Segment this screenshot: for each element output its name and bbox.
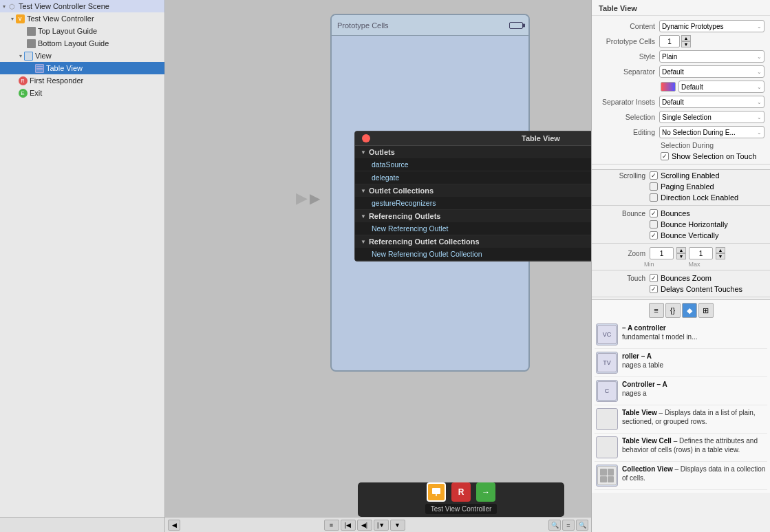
- datasource-label: dataSource: [372, 160, 409, 169]
- color-bar[interactable]: [661, 82, 676, 92]
- zoom-min-input[interactable]: [650, 247, 674, 259]
- tree-arrow-view[interactable]: [19, 53, 22, 59]
- popup-row-delegate[interactable]: delegate: [355, 171, 591, 184]
- popup-row-gesture[interactable]: gestureRecognizers: [355, 197, 591, 210]
- bounce-v-cb[interactable]: [650, 231, 658, 240]
- proto-up[interactable]: ▲: [681, 35, 691, 41]
- nav-btn-5[interactable]: ▼: [390, 520, 405, 531]
- bounce-h-cb[interactable]: [650, 220, 658, 228]
- ref-collections-title: Referencing Outlet Collections: [369, 237, 480, 246]
- paging-cb[interactable]: [650, 182, 658, 191]
- sel-arrow: ⌄: [757, 114, 762, 120]
- doc-tool-braces[interactable]: {}: [665, 303, 681, 318]
- nav-btn-1[interactable]: ≡: [324, 520, 339, 531]
- color-row: Default ⌄: [592, 79, 770, 94]
- popup-overlay: Table View ▼ Outlets dataSource delegate: [354, 131, 591, 262]
- iphone-header: Prototype Cells: [332, 15, 528, 36]
- direction-lock-cb[interactable]: [650, 193, 658, 202]
- scene-vc-btn[interactable]: [427, 482, 446, 502]
- delays-text: Delays Content Touches: [661, 285, 742, 293]
- scene-item-scene[interactable]: ⬡ Test View Controller Scene: [0, 0, 164, 12]
- proto-down[interactable]: ▼: [681, 41, 691, 47]
- scene-item-fr[interactable]: R First Responder: [0, 74, 164, 87]
- gesture-label: gestureRecognizers: [372, 199, 436, 207]
- zoom-min-up[interactable]: ▲: [676, 247, 686, 253]
- color-select[interactable]: Default ⌄: [678, 81, 764, 93]
- bounces-cb[interactable]: [650, 209, 658, 217]
- zoom-max-input[interactable]: [689, 247, 713, 259]
- edit-select[interactable]: No Selection During E... ⌄: [659, 126, 764, 138]
- popup-row-new-ref-coll[interactable]: New Referencing Outlet Collection: [355, 248, 591, 261]
- popup-row-datasource[interactable]: dataSource: [355, 158, 591, 171]
- style-select[interactable]: Plain ⌄: [659, 50, 764, 63]
- zoom-max-up[interactable]: ▲: [716, 247, 725, 253]
- doc-tool-cube[interactable]: ◆: [682, 303, 697, 318]
- scene-item-view[interactable]: View: [0, 50, 164, 62]
- style-value: Plain: [662, 53, 677, 61]
- popup-close-btn[interactable]: [362, 134, 370, 142]
- doc-icon-tvcell: [596, 436, 618, 458]
- style-control: Plain ⌄: [659, 50, 764, 63]
- scene-item-vc[interactable]: V Test View Controller: [0, 12, 164, 25]
- nav-btn-4[interactable]: |▼: [374, 520, 389, 531]
- zoom-btn-2[interactable]: =: [562, 520, 575, 531]
- divider-5: [592, 297, 770, 297]
- nav-btn-3[interactable]: ◀|: [357, 520, 372, 531]
- outlets-title: Outlets: [369, 148, 395, 156]
- doc-tool-list[interactable]: ≡: [649, 303, 664, 318]
- scene-item-bottom-guide[interactable]: Bottom Layout Guide: [0, 37, 164, 50]
- divider-2: [592, 205, 770, 206]
- bounce-label: Bounce: [597, 210, 645, 217]
- delays-cb[interactable]: [650, 285, 658, 293]
- sep-label: Separator: [597, 67, 659, 76]
- sel-select[interactable]: Single Selection ⌄: [659, 111, 764, 123]
- bounce-h-row: Bounce Horizontally: [592, 219, 770, 230]
- min-max-labels: Min Max: [592, 261, 770, 268]
- bounces-zoom-cb[interactable]: [650, 274, 658, 282]
- direction-lock-row: Direction Lock Enabled: [592, 192, 770, 203]
- show-sel-checkbox[interactable]: [661, 152, 669, 160]
- content-value: Dynamic Prototypes: [662, 23, 723, 30]
- new-ref-label: New Referencing Outlet: [372, 224, 448, 233]
- zoom-row: Zoom ▲ ▼ ▲ ▼: [592, 246, 770, 261]
- popup-row-new-ref[interactable]: New Referencing Outlet: [355, 222, 591, 235]
- tree-arrow-scene[interactable]: [3, 3, 6, 10]
- tree-arrow-vc[interactable]: [11, 16, 14, 22]
- tree-arrow-top: [19, 28, 25, 34]
- touch-label: Touch: [597, 275, 645, 282]
- sep-insets-select[interactable]: Default ⌄: [659, 96, 764, 108]
- scene-item-top-guide[interactable]: Top Layout Guide: [0, 25, 164, 37]
- proto-stepper: ▲ ▼: [659, 35, 691, 47]
- scrolling-enabled-cb[interactable]: [650, 171, 658, 180]
- doc-tool-table[interactable]: ⊞: [698, 303, 714, 318]
- canvas-arrow: ▶: [296, 189, 323, 203]
- proto-control: ▲ ▼: [659, 35, 764, 47]
- zoom-btn-3[interactable]: 🔍: [576, 520, 588, 531]
- style-label: Style: [597, 52, 659, 61]
- doc-item-tvcell: Table View Cell – Defines the attributes…: [595, 434, 767, 462]
- zoom-min-down[interactable]: ▼: [676, 253, 686, 259]
- nav-btn-2[interactable]: |◀: [341, 520, 356, 531]
- sep-select[interactable]: Default ⌄: [659, 65, 764, 78]
- content-control: Dynamic Prototypes ⌄: [659, 20, 764, 32]
- bounces-text: Bounces: [661, 209, 690, 217]
- exit-label: Exit: [30, 89, 42, 97]
- nav-buttons-right: 🔍 = 🔍: [548, 520, 588, 531]
- scene-icon-row: R →: [427, 482, 495, 502]
- scene-fr-btn[interactable]: R: [451, 482, 471, 502]
- doc-item-tableview: Table View – Displays data in a list of …: [595, 405, 767, 434]
- nav-buttons-center: ≡ |◀ ◀| |▼ ▼: [324, 520, 405, 531]
- zoom-max-down[interactable]: ▼: [716, 253, 725, 259]
- scene-item-exit[interactable]: E Exit: [0, 87, 164, 99]
- scene-exit-btn[interactable]: →: [476, 482, 495, 502]
- device-battery: [509, 22, 523, 29]
- content-select[interactable]: Dynamic Prototypes ⌄: [659, 20, 764, 32]
- proto-input[interactable]: [659, 35, 680, 47]
- doc-icon-tableview: [596, 408, 618, 430]
- top-guide-label: Top Layout Guide: [38, 27, 97, 35]
- right-panel-top: Table View Content Dynamic Prototypes ⌄ …: [592, 0, 770, 170]
- nav-btn-back[interactable]: ◀: [168, 520, 180, 531]
- zoom-btn-1[interactable]: 🔍: [548, 520, 561, 531]
- sel-label: Selection: [597, 113, 659, 121]
- scene-item-tableview[interactable]: Table View: [0, 62, 164, 74]
